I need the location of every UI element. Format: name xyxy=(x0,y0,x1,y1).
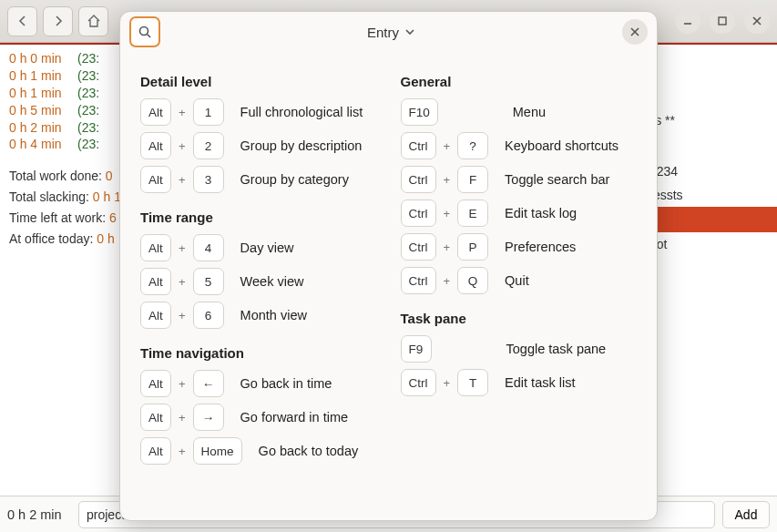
keycap: 1 xyxy=(193,98,224,126)
plus-icon: + xyxy=(179,445,186,458)
keycap: 6 xyxy=(193,302,224,329)
shortcut-row: Ctrl+QQuit xyxy=(401,267,638,294)
dropdown-label: Entry xyxy=(367,25,399,40)
dialog-body: Detail level Alt+1Full chronological lis… xyxy=(120,52,657,489)
plus-icon: + xyxy=(444,240,451,254)
keycap: Alt xyxy=(140,437,171,465)
keycap: Alt xyxy=(140,98,171,126)
plus-icon: + xyxy=(179,106,186,119)
shortcut-row: Alt+6Month view xyxy=(140,302,377,329)
shortcut-label: Full chronological list xyxy=(240,105,363,119)
shortcut-row: Alt+3Group by category xyxy=(140,166,377,193)
shortcut-row: Alt+HomeGo back to today xyxy=(140,437,377,465)
shortcut-row: Alt+1Full chronological list xyxy=(140,98,377,126)
keycap: T xyxy=(457,369,488,396)
keycap: Alt xyxy=(140,370,171,397)
plus-icon: + xyxy=(179,139,186,153)
keycap: 5 xyxy=(193,268,224,295)
plus-icon: + xyxy=(179,411,186,425)
keycap: Ctrl xyxy=(401,369,436,396)
shortcut-label: Week view xyxy=(240,274,304,289)
right-column: General F10Menu Ctrl+?Keyboard shortcuts… xyxy=(401,57,638,471)
shortcut-row: Ctrl+FToggle search bar xyxy=(401,166,638,193)
keycap: Alt xyxy=(140,404,171,431)
plus-icon: + xyxy=(179,241,186,255)
shortcut-row: Alt+5Week view xyxy=(140,268,377,295)
keycap: Alt xyxy=(140,132,171,159)
shortcut-label: Preferences xyxy=(505,240,576,254)
svg-point-2 xyxy=(140,27,148,36)
keycap: F xyxy=(457,166,488,193)
keycap: 4 xyxy=(193,234,224,261)
plus-icon: + xyxy=(444,207,451,220)
keycap: Ctrl xyxy=(401,132,436,159)
shortcut-row: Alt+→Go forward in time xyxy=(140,404,377,431)
section-dropdown[interactable]: Entry xyxy=(367,25,415,40)
shortcut-label: Group by category xyxy=(240,172,349,187)
shortcut-label: Edit task list xyxy=(505,375,575,390)
keycap: E xyxy=(457,200,488,227)
chevron-down-icon xyxy=(404,27,415,36)
section-title-detail: Detail level xyxy=(140,74,377,89)
search-button[interactable] xyxy=(129,16,160,47)
keycap: Ctrl xyxy=(401,166,436,193)
shortcuts-overlay: Entry Detail level Alt+1Full chronologic… xyxy=(0,0,777,532)
shortcut-row: Ctrl+EEdit task log xyxy=(401,200,638,227)
plus-icon: + xyxy=(179,377,186,391)
shortcut-row: Ctrl+PPreferences xyxy=(401,233,638,261)
shortcut-label: Toggle task pane xyxy=(506,342,607,356)
section-title-range: Time range xyxy=(140,210,377,225)
keycap: Alt xyxy=(140,302,171,329)
shortcut-label: Day view xyxy=(240,240,294,255)
shortcut-label: Menu xyxy=(513,105,546,119)
keycap: ← xyxy=(193,370,224,397)
keycap: ? xyxy=(457,132,488,159)
shortcut-label: Go forward in time xyxy=(240,410,348,425)
shortcut-label: Quit xyxy=(505,273,529,288)
shortcut-row: Ctrl+?Keyboard shortcuts xyxy=(401,132,638,159)
section-title-taskpane: Task pane xyxy=(401,311,638,326)
keycap: → xyxy=(193,404,224,431)
plus-icon: + xyxy=(444,376,451,390)
shortcut-row: F10Menu xyxy=(401,98,638,126)
keycap: Ctrl xyxy=(401,233,436,261)
shortcut-row: Alt+4Day view xyxy=(140,234,377,261)
section-title-nav: Time navigation xyxy=(140,345,377,361)
shortcut-label: Edit task log xyxy=(505,206,577,220)
plus-icon: + xyxy=(179,173,186,187)
keycap: Home xyxy=(193,437,242,465)
keycap: Ctrl xyxy=(401,267,436,294)
plus-icon: + xyxy=(444,173,451,187)
keycap: 3 xyxy=(193,166,224,193)
shortcut-row: Alt+2Group by description xyxy=(140,132,377,159)
plus-icon: + xyxy=(444,139,451,153)
keycap: Alt xyxy=(140,166,171,193)
keycap: Alt xyxy=(140,234,171,261)
shortcut-label: Group by description xyxy=(240,138,363,153)
shortcuts-dialog: Entry Detail level Alt+1Full chronologic… xyxy=(119,11,658,521)
keycap: F10 xyxy=(401,98,438,126)
keycap: Alt xyxy=(140,268,171,295)
section-title-general: General xyxy=(401,74,638,89)
plus-icon: + xyxy=(179,275,186,289)
shortcut-label: Month view xyxy=(240,308,307,322)
left-column: Detail level Alt+1Full chronological lis… xyxy=(140,57,377,471)
keycap: Q xyxy=(457,267,488,294)
svg-line-3 xyxy=(148,35,151,38)
dialog-header: Entry xyxy=(120,12,657,52)
shortcut-label: Toggle search bar xyxy=(505,172,609,187)
close-dialog-button[interactable] xyxy=(622,19,648,45)
shortcut-label: Go back to today xyxy=(259,444,359,458)
plus-icon: + xyxy=(179,309,186,322)
plus-icon: + xyxy=(444,274,451,288)
keycap: 2 xyxy=(193,132,224,159)
shortcut-row: Alt+←Go back in time xyxy=(140,370,377,397)
keycap: F9 xyxy=(401,335,432,363)
shortcut-label: Go back in time xyxy=(240,376,332,391)
shortcut-row: F9Toggle task pane xyxy=(401,335,638,363)
shortcut-label: Keyboard shortcuts xyxy=(505,138,619,153)
shortcut-row: Ctrl+TEdit task list xyxy=(401,369,638,396)
keycap: P xyxy=(457,233,488,261)
keycap: Ctrl xyxy=(401,200,436,227)
